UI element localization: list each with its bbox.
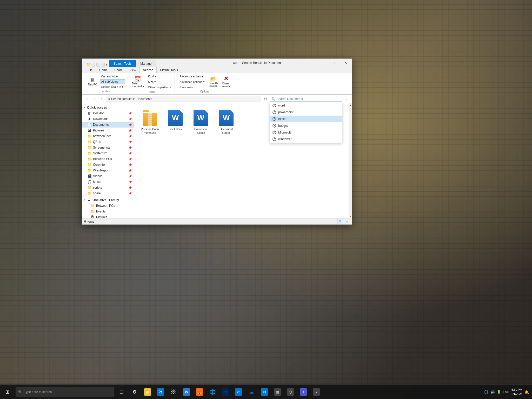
sidebar-item-scripts[interactable]: 📁 scripts 📌 [82, 185, 134, 190]
taskbar-app-chrome[interactable]: 🌐 [206, 385, 219, 399]
sidebar-betweenpcs-label: Between PCs [93, 157, 112, 161]
sidebar-item-music[interactable]: 🎵 Music 📌 [82, 179, 134, 185]
sidebar-wlanreport-label: WlanReport [93, 169, 109, 172]
close-search-btn[interactable]: ✕ Closesearch [221, 75, 231, 89]
date-modified-btn[interactable]: 📅 Datemodified ▾ [130, 75, 145, 89]
recent-searches-btn[interactable]: Recent searches ▾ [178, 74, 206, 79]
search-suggestion-powerpoint[interactable]: powerpoint [270, 109, 342, 116]
sidebar-item-videos[interactable]: 🎬 Videos 📌 [82, 173, 134, 179]
sidebar-item-documents[interactable]: 📄 Documents 📌 [82, 122, 134, 128]
taskbar-app-onedrive[interactable]: ☁ [245, 385, 258, 399]
taskbar-app-misc3[interactable]: T [297, 385, 310, 399]
sidebar-item-desktop[interactable]: 🖥 Desktop 📌 [82, 110, 134, 116]
taskbar-app-mail[interactable]: ✉ [258, 385, 271, 399]
taskbar-app-store[interactable]: 🛍 [154, 385, 167, 399]
save-search-btn[interactable]: Save search [178, 85, 206, 90]
tray-notification-icon[interactable]: 🔔 [524, 390, 529, 394]
file-item-doc6[interactable]: W Document 6.docx [189, 107, 212, 137]
quick-access-dropdown[interactable]: ▾ [106, 63, 107, 66]
ribbon-tab-view[interactable]: View [126, 67, 139, 73]
search-input[interactable] [276, 97, 341, 101]
ribbon-tab-home[interactable]: Home [96, 67, 111, 73]
quick-access-1[interactable] [92, 63, 95, 66]
taskbar-app-powershell[interactable]: PS [219, 385, 232, 399]
maximize-button[interactable]: □ [328, 59, 340, 67]
view-controls: ⊞ ≡ [337, 219, 350, 224]
sidebar-item-od-between-pcs[interactable]: 📁 Between PCs [82, 203, 134, 209]
sidebar-item-coreinfo[interactable]: 📁 Coreinfo 📌 [82, 162, 134, 168]
sidebar-item-od-pictures[interactable]: 🖼 Pictures [82, 214, 134, 218]
refresh-button[interactable]: ↻ [262, 96, 269, 102]
taskbar-app-misc2[interactable]: ⬡ [284, 385, 297, 399]
breadcrumb-arrow: » [108, 97, 110, 101]
quick-access-3[interactable] [101, 63, 105, 66]
ribbon-tab-share[interactable]: Share [111, 67, 126, 73]
quick-access-2[interactable] [96, 63, 100, 66]
open-file-location-btn[interactable]: 📂 Open filelocation [207, 75, 220, 88]
quick-access-header[interactable]: ▾ Quick access [82, 105, 134, 110]
sidebar-item-betweenpcs[interactable]: 📁 Between PCs 📌 [82, 156, 134, 162]
tray-battery-icon[interactable]: 🔋 [497, 390, 501, 394]
taskbar-app-misc4[interactable]: ▪ [310, 385, 323, 399]
all-subfolders-btn[interactable]: All subfolders [100, 79, 125, 84]
sidebar-item-qres[interactable]: 📁 QRes 📌 [82, 139, 134, 145]
search-suggestion-windows10[interactable]: windows 10 [270, 136, 342, 143]
sidebar-item-wlanreport[interactable]: 📁 WlanReport 📌 [82, 168, 134, 173]
ribbon-tab-file[interactable]: File [84, 67, 96, 73]
up-button[interactable]: ↑ [99, 96, 105, 102]
search-tools-tab[interactable]: Search Tools [109, 60, 136, 67]
file-item-doc5[interactable]: W Document 5.docx [215, 107, 238, 137]
taskbar-app-edge[interactable]: e [232, 385, 245, 399]
forward-button[interactable]: › [91, 96, 98, 102]
minimize-button[interactable]: ─ [316, 59, 328, 67]
tray-network-icon[interactable]: 🌐 [484, 390, 488, 394]
sidebar-item-between-pcs[interactable]: 📁 between_pcs 📌 [82, 133, 134, 139]
size-btn[interactable]: Size ▾ [147, 79, 173, 84]
close-button[interactable]: ✕ [340, 59, 352, 67]
sidebar-item-downloads[interactable]: ⬇ Downloads 📌 [82, 116, 134, 122]
back-button[interactable]: ‹ [84, 96, 90, 102]
other-properties-btn[interactable]: Other properties ▾ [147, 85, 173, 90]
file-view-scrollbar[interactable]: ▲ ▼ [349, 103, 352, 218]
tray-keyboard-icon[interactable]: ENG [503, 390, 509, 394]
search-suggestion-budget[interactable]: budget [270, 122, 342, 129]
taskbar-app-photos[interactable]: 🖼 [167, 385, 180, 399]
taskbar-app-taskview[interactable]: ❑ [115, 385, 128, 399]
kind-btn[interactable]: Kind ▾ [147, 74, 173, 79]
search-suggestion-excel[interactable]: excel [270, 116, 342, 122]
start-button[interactable]: ⊞ [0, 385, 15, 399]
scroll-up-btn[interactable]: ▲ [349, 103, 352, 107]
sidebar-item-system32[interactable]: 📁 System32 📌 [82, 150, 134, 156]
address-path[interactable]: » Search Results in Documents [106, 96, 261, 102]
taskbar-app-fileexplorer[interactable]: 📁 [141, 385, 154, 399]
file-item-doc1[interactable]: W Doc1.docx [164, 107, 187, 137]
file-item-zip[interactable]: PersonalDocuments.zip [138, 107, 162, 137]
taskbar-search[interactable]: 🔍 Type here to search [16, 387, 114, 397]
scroll-down-btn[interactable]: ▼ [349, 215, 352, 218]
onedrive-header[interactable]: ▾ ☁ OneDrive - Family [82, 197, 134, 203]
sidebar-item-pictures[interactable]: 🖼 Pictures 📌 [82, 128, 134, 133]
tray-sound-icon[interactable]: 🔊 [490, 390, 495, 394]
search-again-btn[interactable]: Search again in ▾ [100, 84, 125, 89]
search-suggestion-microsoft[interactable]: Microsoft [270, 129, 342, 136]
taskbar-app-firefox[interactable]: 🦊 [193, 385, 206, 399]
list-view-btn[interactable]: ≡ [344, 219, 350, 224]
taskbar-clock[interactable]: 5:30 PM 1/1/2023 [511, 388, 522, 396]
search-box[interactable]: 🔍 [270, 96, 342, 102]
taskbar-app-word[interactable]: W [180, 385, 193, 399]
ribbon-tab-picture-tools[interactable]: Picture Tools [157, 67, 181, 73]
sidebar-item-screenshots[interactable]: 📁 Screenshots 📌 [82, 145, 134, 150]
taskbar-app-settings[interactable]: ⚙ [128, 385, 141, 399]
manage-tab[interactable]: Manage [136, 60, 156, 67]
sidebar-item-od-events[interactable]: 📁 Events [82, 209, 134, 214]
advanced-options-btn[interactable]: Advanced options ▾ [178, 79, 206, 84]
this-pc-btn[interactable]: 🖥 This PC [86, 76, 99, 87]
details-view-btn[interactable]: ⊞ [337, 219, 343, 224]
search-suggestion-word[interactable]: word [270, 102, 342, 109]
help-button[interactable]: ? [343, 96, 350, 102]
pin-icon-wlanreport: 📌 [129, 169, 132, 172]
sidebar-item-share[interactable]: 📁 share 📌 [82, 190, 134, 196]
ribbon-tab-search[interactable]: Search [139, 67, 157, 73]
taskbar-app-misc1[interactable]: ▦ [271, 385, 284, 399]
current-folder-btn[interactable]: Current folder [100, 74, 125, 79]
